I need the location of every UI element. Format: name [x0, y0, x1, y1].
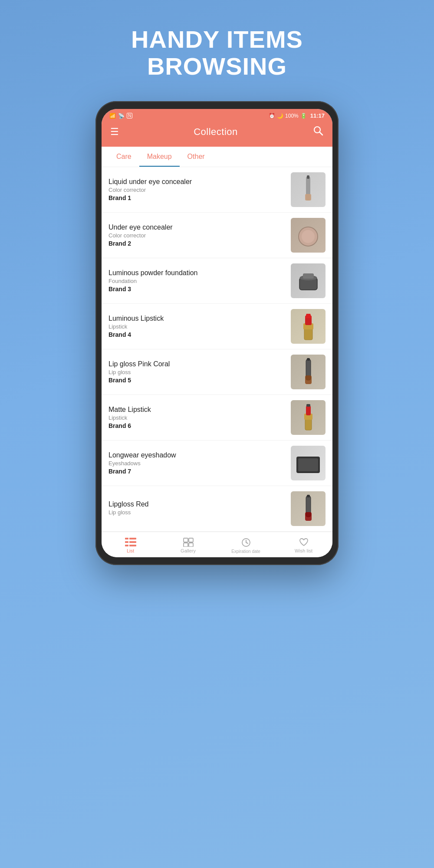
- nav-item-gallery[interactable]: Gallery: [159, 536, 217, 556]
- svg-rect-32: [129, 541, 136, 543]
- svg-rect-34: [129, 545, 136, 546]
- signal-icon: 📶: [109, 113, 116, 119]
- item-category: Eyeshadows: [108, 460, 291, 467]
- svg-rect-3: [305, 194, 311, 201]
- item-brand: Brand 5: [108, 377, 291, 384]
- item-name: Luminous powder foundation: [108, 269, 291, 277]
- nav-label-wishlist: Wish list: [295, 548, 312, 553]
- item-name: Longwear eyeshadow: [108, 451, 291, 459]
- svg-rect-29: [125, 538, 128, 539]
- item-name: Luminous Lipstick: [108, 315, 291, 322]
- tab-makeup[interactable]: Makeup: [139, 147, 180, 167]
- list-item[interactable]: Liquid under eye concealer Color correct…: [102, 167, 332, 213]
- clock-icon: [241, 537, 251, 548]
- item-name: Lip gloss Pink Coral: [108, 360, 291, 368]
- list-item[interactable]: Longwear eyeshadow Eyeshadows Brand 7: [102, 441, 332, 486]
- item-thumbnail: [291, 218, 326, 253]
- svg-rect-9: [303, 273, 314, 279]
- list-item[interactable]: Lip gloss Pink Coral Lip gloss Brand 5: [102, 349, 332, 395]
- nav-label-gallery: Gallery: [181, 548, 196, 553]
- phone-screen: 📶 📡 N ⏰ 🌙 100% 🔋 11:17 ☰ Collection: [102, 109, 332, 557]
- svg-point-6: [302, 230, 315, 243]
- tab-other[interactable]: Other: [180, 147, 213, 167]
- heart-icon: [299, 537, 309, 547]
- wifi-icon: 📡: [118, 113, 125, 119]
- item-thumbnail: [291, 309, 326, 344]
- svg-rect-4: [307, 175, 309, 179]
- moon-icon: 🌙: [277, 113, 283, 119]
- hero-title: HANDY ITEMS BROWSING: [131, 26, 303, 79]
- item-brand: Brand 4: [108, 331, 291, 338]
- list-item[interactable]: Luminous powder foundation Foundation Br…: [102, 258, 332, 304]
- svg-rect-36: [189, 538, 193, 542]
- item-brand: Brand 7: [108, 468, 291, 475]
- item-brand: Brand 2: [108, 240, 291, 247]
- item-thumbnail: [291, 446, 326, 480]
- phone-frame: 📶 📡 N ⏰ 🌙 100% 🔋 11:17 ☰ Collection: [95, 101, 339, 565]
- item-category: Lip gloss: [108, 509, 291, 516]
- item-brand: Brand 3: [108, 286, 291, 293]
- item-category: Lipstick: [108, 414, 291, 421]
- items-list: Liquid under eye concealer Color correct…: [102, 167, 332, 532]
- list-item[interactable]: Matte Lipstick Lipstick Brand 6: [102, 395, 332, 441]
- alarm-icon: ⏰: [269, 113, 275, 119]
- app-header: ☰ Collection: [102, 121, 332, 147]
- item-category: Lip gloss: [108, 369, 291, 375]
- gallery-icon: [183, 537, 194, 547]
- tab-care[interactable]: Care: [108, 147, 139, 167]
- item-category: Lipstick: [108, 323, 291, 330]
- svg-rect-22: [298, 458, 318, 471]
- svg-line-1: [319, 132, 322, 135]
- list-icon: [125, 537, 136, 547]
- svg-rect-27: [305, 512, 312, 521]
- svg-rect-19: [306, 406, 311, 415]
- item-thumbnail: [291, 172, 326, 207]
- battery-icon: 🔋: [300, 113, 307, 119]
- list-item[interactable]: Luminous Lipstick Lipstick Brand 4: [102, 304, 332, 349]
- tabs-bar: Care Makeup Other: [102, 147, 332, 167]
- svg-rect-30: [129, 538, 136, 539]
- nav-item-list[interactable]: List: [102, 536, 159, 556]
- search-button[interactable]: [312, 125, 324, 139]
- svg-rect-37: [184, 543, 188, 547]
- nfc-icon: N: [127, 113, 132, 118]
- svg-marker-13: [305, 314, 312, 318]
- svg-rect-20: [306, 404, 310, 407]
- svg-line-41: [246, 542, 248, 543]
- item-brand: Brand 1: [108, 194, 291, 201]
- item-name: Liquid under eye concealer: [108, 178, 291, 186]
- svg-rect-15: [305, 375, 312, 384]
- svg-rect-28: [307, 495, 310, 497]
- item-thumbnail: +: [291, 491, 326, 526]
- list-item[interactable]: Lipgloss Red Lip gloss +: [102, 486, 332, 532]
- hamburger-menu-icon[interactable]: ☰: [110, 126, 119, 138]
- item-category: Foundation: [108, 278, 291, 284]
- item-category: Color corrector: [108, 232, 291, 239]
- battery-percent: 100%: [285, 113, 299, 119]
- item-category: Color corrector: [108, 187, 291, 193]
- svg-rect-38: [189, 543, 193, 547]
- item-thumbnail: [291, 400, 326, 435]
- item-name: Lipgloss Red: [108, 500, 291, 508]
- item-brand: Brand 6: [108, 422, 291, 429]
- bottom-nav: List Gallery Expiration date: [102, 532, 332, 557]
- svg-rect-31: [125, 541, 128, 543]
- svg-rect-16: [307, 358, 310, 361]
- list-item[interactable]: Under eye concealer Color corrector Bran…: [102, 213, 332, 258]
- status-bar: 📶 📡 N ⏰ 🌙 100% 🔋 11:17: [102, 109, 332, 121]
- svg-rect-10: [304, 328, 312, 340]
- item-thumbnail: [291, 263, 326, 298]
- nav-label-list: List: [127, 548, 134, 553]
- svg-rect-17: [305, 418, 312, 430]
- nav-item-expiration[interactable]: Expiration date: [217, 536, 275, 556]
- svg-rect-35: [184, 538, 188, 542]
- nav-item-wishlist[interactable]: Wish list: [275, 536, 332, 556]
- svg-rect-33: [125, 545, 128, 546]
- clock: 11:17: [310, 112, 325, 119]
- nav-label-expiration: Expiration date: [231, 549, 260, 554]
- item-name: Matte Lipstick: [108, 406, 291, 414]
- header-title: Collection: [194, 126, 238, 138]
- item-thumbnail: [291, 355, 326, 389]
- item-name: Under eye concealer: [108, 224, 291, 231]
